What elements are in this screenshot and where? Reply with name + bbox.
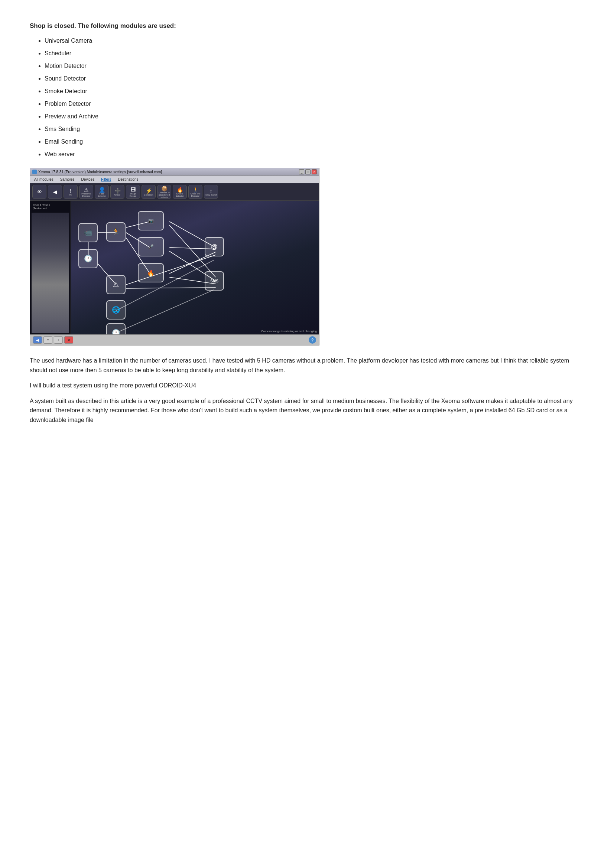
menu-filters[interactable]: Filters xyxy=(100,177,112,182)
relay-icon: ↕ xyxy=(210,188,213,193)
module-item: Motion Detector xyxy=(45,62,584,71)
window-controls[interactable]: _ □ ✕ xyxy=(299,169,317,174)
paragraph3: A system built as described in this arti… xyxy=(30,396,584,425)
app-icon xyxy=(32,170,37,174)
node-sound[interactable]: 🎤 xyxy=(138,237,164,256)
toolbar-smoke-btn[interactable]: 🔥 Smoke detector xyxy=(173,185,187,199)
toolbar-condition-btn[interactable]: ⚡ Condition xyxy=(141,185,155,199)
modules-list: Universal CameraSchedulerMotion Detector… xyxy=(30,36,584,159)
node-email[interactable]: @ xyxy=(205,237,224,256)
node-scheduler2[interactable]: 🕐 xyxy=(106,323,126,334)
flow-canvas[interactable]: 📹 🕐 🏃 📷 🎤 🔥 ⚠ 🌐 🕐 @ SMS Camera image is … xyxy=(71,201,319,334)
face-label: Face Detector xyxy=(95,192,109,197)
module-item: Scheduler xyxy=(45,49,584,58)
imageresize-label: Image Resize xyxy=(126,192,140,197)
back-icon: ◀ xyxy=(53,189,57,194)
maximize-button[interactable]: □ xyxy=(305,169,311,174)
sidebar: Cam 1 Test 1[Testorouo] xyxy=(30,201,71,334)
bottom-bar: ◀ ≡ + ✕ ? xyxy=(30,334,319,345)
node-web[interactable]: 🌐 xyxy=(106,300,126,319)
abandoned-label: Detector of abandoned objects xyxy=(157,192,171,198)
toolbar-back-btn[interactable]: ◀ xyxy=(48,185,62,199)
cam-label: Cam 1 Test 1[Testorouo] xyxy=(31,202,69,211)
close-button[interactable]: ✕ xyxy=(312,169,317,174)
relay-label: Relay Switch xyxy=(205,194,218,196)
toolbar-face-btn[interactable]: 👤 Face Detector xyxy=(95,185,109,199)
menu-destinations[interactable]: Destinations xyxy=(117,177,139,182)
face-icon: 👤 xyxy=(99,187,105,192)
toolbar-pr-btn[interactable]: ! PR xyxy=(64,185,78,199)
module-item: Sound Detector xyxy=(45,74,584,83)
help-button[interactable]: ? xyxy=(309,336,316,344)
module-item: Problem Detector xyxy=(45,99,584,108)
add-btn[interactable]: + xyxy=(54,336,63,344)
condition-icon: ⚡ xyxy=(146,188,152,193)
node-smoke[interactable]: 🔥 xyxy=(138,263,164,282)
toolbar-unitor-btn[interactable]: ➕ Unitor xyxy=(110,185,124,199)
unitor-label: Unitor xyxy=(114,194,120,196)
status-text: Camera image is missing or isn't changin… xyxy=(261,330,317,333)
node-motion[interactable]: 🏃 xyxy=(106,222,126,242)
unitor-icon: ➕ xyxy=(114,188,121,193)
menu-all-modules[interactable]: All modules xyxy=(33,177,54,182)
pr-label: PR xyxy=(69,194,72,196)
problems-label: Problems Detector xyxy=(79,192,93,197)
list-btn[interactable]: ≡ xyxy=(44,336,52,344)
toolbar-relay-btn[interactable]: ↕ Relay Switch xyxy=(204,185,218,199)
module-item: Preview and Archive xyxy=(45,112,584,121)
node-sms[interactable]: SMS xyxy=(205,271,224,291)
paragraph1: The used hardware has a limitation in th… xyxy=(30,356,584,375)
toolbar: 👁 ◀ ! PR ⚠ Problems Detector 👤 Face Dete… xyxy=(30,183,319,201)
titlebar: Xeoma 17.8.31 (Pro version) Module/camer… xyxy=(30,168,319,176)
node-preview[interactable]: 📷 xyxy=(138,211,164,231)
module-item: Smoke Detector xyxy=(45,87,584,96)
window-title: Xeoma 17.8.31 (Pro version) Module/camer… xyxy=(38,170,162,174)
paragraph2: I will build a test system using the mor… xyxy=(30,381,584,391)
module-item: Sms Sending xyxy=(45,125,584,133)
crossline-icon: 🚶 xyxy=(193,187,199,192)
menubar: All modules Samples Devices Filters Dest… xyxy=(30,176,319,183)
pr-icon: ! xyxy=(70,188,72,193)
problems-icon: ⚠ xyxy=(84,187,89,192)
toolbar-problems-btn[interactable]: ⚠ Problems Detector xyxy=(79,185,93,199)
smoke-icon: 🔥 xyxy=(177,187,183,192)
xeoma-screenshot: Xeoma 17.8.31 (Pro version) Module/camer… xyxy=(30,168,319,346)
toolbar-eye-btn[interactable]: 👁 xyxy=(32,185,47,199)
condition-label: Condition xyxy=(144,194,153,196)
menu-devices[interactable]: Devices xyxy=(80,177,96,182)
imageresize-icon: 🎞 xyxy=(131,187,135,192)
page-heading: Shop is closed. The following modules ar… xyxy=(30,22,584,30)
abandoned-icon: 📦 xyxy=(161,186,168,191)
toolbar-abandoned-btn[interactable]: 📦 Detector of abandoned objects xyxy=(157,185,171,199)
main-area: Cam 1 Test 1[Testorouo] xyxy=(30,201,319,334)
eye-icon: 👁 xyxy=(37,189,42,194)
module-item: Web server xyxy=(45,150,584,159)
bottom-controls: ◀ ≡ + ✕ xyxy=(33,336,73,344)
delete-btn[interactable]: ✕ xyxy=(64,336,73,344)
menu-samples[interactable]: Samples xyxy=(59,177,76,182)
smoke-label: Smoke detector xyxy=(173,192,187,197)
toolbar-crossline-btn[interactable]: 🚶 Cross-line Detector xyxy=(188,185,202,199)
module-item: Universal Camera xyxy=(45,36,584,45)
crossline-label: Cross-line Detector xyxy=(189,192,202,197)
back-btn[interactable]: ◀ xyxy=(33,336,42,344)
node-scheduler[interactable]: 🕐 xyxy=(78,249,98,268)
module-item: Email Sending xyxy=(45,137,584,146)
title-text: Xeoma 17.8.31 (Pro version) Module/camer… xyxy=(32,170,162,174)
toolbar-imageresize-btn[interactable]: 🎞 Image Resize xyxy=(126,185,140,199)
node-problem[interactable]: ⚠ xyxy=(106,275,126,294)
minimize-button[interactable]: _ xyxy=(299,169,304,174)
node-camera[interactable]: 📹 xyxy=(78,223,98,242)
